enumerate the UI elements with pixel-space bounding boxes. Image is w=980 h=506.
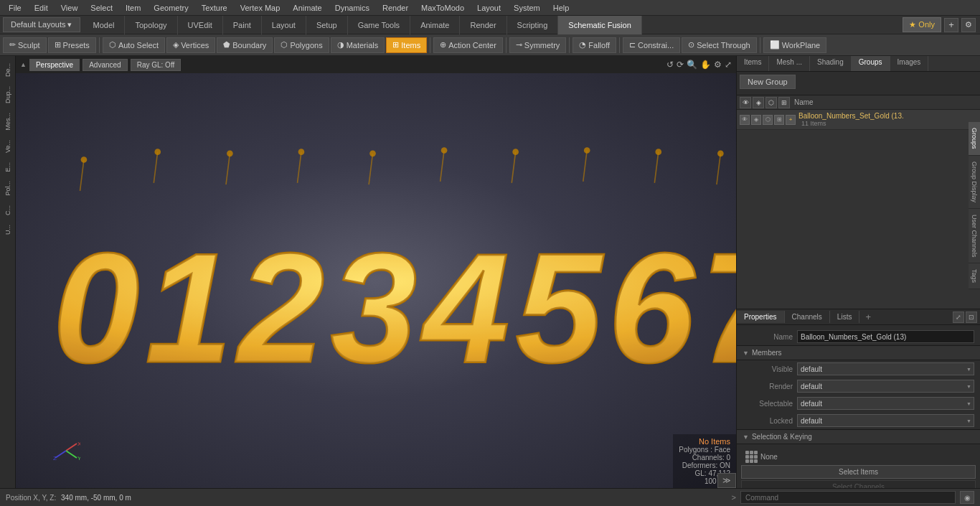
tab-scripting[interactable]: Scripting <box>507 16 559 34</box>
select-channels-btn[interactable]: Select Channels <box>741 480 976 488</box>
left-tab-5[interactable]: Pol... <box>3 177 13 200</box>
work-plane-btn[interactable]: ⬜ WorkPlane <box>763 37 827 53</box>
prop-tab-properties[interactable]: Properties <box>737 311 785 323</box>
left-tab-4[interactable]: E... <box>3 158 13 177</box>
menu-geometry[interactable]: Geometry <box>148 2 194 14</box>
rp-tab-groups[interactable]: Groups <box>852 56 890 71</box>
select-through-btn[interactable]: ⊙ Select Through <box>682 37 756 53</box>
rp-tab-mesh[interactable]: Mesh ... <box>769 56 810 71</box>
gi-settings[interactable]: ⊞ <box>774 115 784 125</box>
auto-select-btn[interactable]: ⬡ Auto Select <box>103 37 165 53</box>
groups-icon-lock[interactable]: ⬡ <box>765 97 777 108</box>
rp-tab-shading[interactable]: Shading <box>810 56 852 71</box>
menu-maxtomodo[interactable]: MaxToModo <box>415 2 470 14</box>
menu-item[interactable]: Item <box>120 2 146 14</box>
layout-dropdown[interactable]: Default Layouts ▾ <box>3 17 80 32</box>
left-tab-0[interactable]: De... <box>3 59 13 81</box>
gi-box[interactable]: ⬡ <box>763 115 773 125</box>
polygons-btn[interactable]: ⬡ Polygons <box>274 37 329 53</box>
groups-icon-render[interactable]: ◈ <box>753 97 764 108</box>
viewport-shading-btn[interactable]: Advanced <box>83 59 127 71</box>
gi-render[interactable]: ◈ <box>751 115 761 125</box>
symmetry-btn[interactable]: ⊸ Symmetry <box>509 37 567 53</box>
left-tab-2[interactable]: Mes... <box>3 108 13 135</box>
menu-system[interactable]: System <box>508 2 546 14</box>
members-section-header[interactable]: ▼ Members <box>737 345 980 360</box>
left-tab-7[interactable]: U... <box>3 220 13 239</box>
prop-tab-add[interactable]: + <box>861 310 875 324</box>
prop-tab-channels[interactable]: Channels <box>785 311 830 323</box>
presets-btn[interactable]: ⊞ Presets <box>48 37 96 53</box>
viewport-arrow-up[interactable]: ▲ <box>20 61 27 68</box>
prop-tab-lists[interactable]: Lists <box>830 311 860 323</box>
gi-eye[interactable]: 👁 <box>740 115 750 125</box>
right-vtab-user-channels[interactable]: User Channels <box>969 209 980 264</box>
menu-select[interactable]: Select <box>85 2 118 14</box>
menu-help[interactable]: Help <box>547 2 575 14</box>
command-input[interactable] <box>740 491 956 504</box>
falloff-btn[interactable]: ◔ Falloff <box>573 37 616 53</box>
boundary-btn[interactable]: ⬟ Boundary <box>217 37 273 53</box>
viewport-perspective-btn[interactable]: Perspective <box>29 59 80 71</box>
menu-layout[interactable]: Layout <box>471 2 507 14</box>
menu-view[interactable]: View <box>55 2 84 14</box>
tab-paint[interactable]: Paint <box>223 16 262 34</box>
menu-render[interactable]: Render <box>377 2 414 14</box>
left-tab-6[interactable]: C... <box>3 201 13 220</box>
prop-visible-select[interactable]: default <box>797 362 974 375</box>
selection-keying-header[interactable]: ▼ Selection & Keying <box>737 429 980 444</box>
tab-game-tools[interactable]: Game Tools <box>348 16 411 34</box>
layout-gear-btn[interactable]: ⚙ <box>961 18 976 32</box>
new-group-button[interactable]: New Group <box>740 75 796 89</box>
viewport-rotate-icon[interactable]: ↺ <box>666 60 674 70</box>
left-tab-1[interactable]: Dup... <box>3 82 13 108</box>
tab-animate[interactable]: Animate <box>410 16 460 34</box>
menu-edit[interactable]: Edit <box>29 2 54 14</box>
tab-uvedit[interactable]: UVEdit <box>178 16 223 34</box>
viewport-expand-icon[interactable]: ⤢ <box>725 60 732 70</box>
viewport-zoom-icon[interactable]: 🔍 <box>687 60 697 70</box>
cmd-submit-btn[interactable]: ◉ <box>960 491 974 504</box>
tab-setup[interactable]: Setup <box>306 16 348 34</box>
groups-icon-eye[interactable]: 👁 <box>740 97 751 108</box>
menu-animate[interactable]: Animate <box>287 2 327 14</box>
viewport-render-btn[interactable]: Ray GL: Off <box>131 59 182 71</box>
prop-icon-expand[interactable]: ⤢ <box>953 311 964 323</box>
layout-add-btn[interactable]: + <box>944 18 958 32</box>
rp-tab-items[interactable]: Items <box>737 56 769 71</box>
prop-name-input[interactable] <box>797 330 974 343</box>
right-vtab-group-display[interactable]: Group Display <box>969 156 980 209</box>
tab-schematic-fusion[interactable]: Schematic Fusion <box>558 16 641 34</box>
groups-icon-settings[interactable]: ⊞ <box>778 97 790 108</box>
sculpt-btn[interactable]: ✏ Sculpt <box>3 37 47 53</box>
viewport-refresh-icon[interactable]: ⟳ <box>677 60 684 70</box>
group-item[interactable]: 👁 ◈ ⬡ ⊞ + Balloon_Numbers_Set_Gold (13. … <box>737 110 980 130</box>
menu-texture[interactable]: Texture <box>196 2 233 14</box>
left-tab-3[interactable]: Ve... <box>3 136 13 157</box>
tab-topology[interactable]: Topology <box>125 16 177 34</box>
right-vtab-tags[interactable]: Tags <box>969 263 980 289</box>
viewport-settings-icon[interactable]: ⚙ <box>714 60 722 70</box>
right-vtab-groups[interactable]: Groups <box>969 122 980 156</box>
gi-add[interactable]: + <box>786 115 796 125</box>
star-only-btn[interactable]: ★ Only <box>903 17 941 32</box>
menu-file[interactable]: File <box>3 2 27 14</box>
tab-layout[interactable]: Layout <box>262 16 306 34</box>
vertices-btn[interactable]: ◈ Vertices <box>166 37 215 53</box>
tab-render[interactable]: Render <box>460 16 507 34</box>
prop-render-select[interactable]: default <box>797 380 974 393</box>
action-center-btn[interactable]: ⊕ Action Center <box>433 37 503 53</box>
prop-selectable-select[interactable]: default <box>797 397 974 410</box>
prop-icon-popout[interactable]: ⊡ <box>966 311 977 323</box>
menu-dynamics[interactable]: Dynamics <box>329 2 375 14</box>
select-items-btn[interactable]: Select Items <box>741 465 976 479</box>
constraint-btn[interactable]: ⊏ Constrai... <box>623 37 680 53</box>
prop-locked-select[interactable]: default <box>797 414 974 427</box>
menu-vertex-map[interactable]: Vertex Map <box>235 2 286 14</box>
items-btn[interactable]: ⊞ Items <box>386 37 427 53</box>
viewport[interactable]: ▲ Perspective Advanced Ray GL: Off ↺ ⟳ 🔍… <box>16 56 736 488</box>
tab-model[interactable]: Model <box>83 16 126 34</box>
rp-tab-images[interactable]: Images <box>890 56 929 71</box>
viewport-pan-icon[interactable]: ✋ <box>700 60 711 70</box>
groups-expand-btn[interactable]: ≫ <box>717 473 736 488</box>
